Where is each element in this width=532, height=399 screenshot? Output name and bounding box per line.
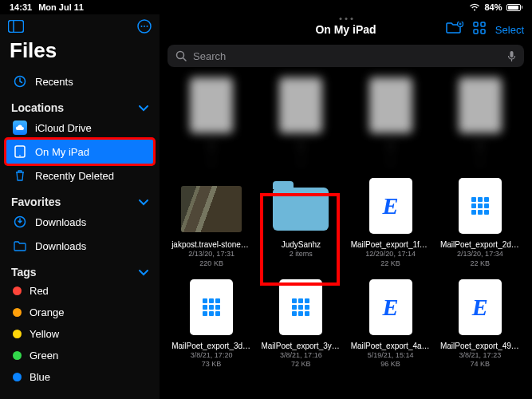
svg-point-5 [147, 26, 148, 27]
file-item[interactable]: MailPoet_export_3ymh…804w0 3/8/21, 17:16… [260, 277, 341, 369]
sidebar-tag-red[interactable]: Red [6, 280, 153, 302]
section-favorites[interactable]: Favorites [6, 188, 153, 210]
tag-label: Orange [30, 306, 64, 318]
search-icon [175, 50, 187, 61]
sidebar-tag-blue[interactable]: Blue [6, 366, 153, 388]
file-size: — [298, 159, 305, 168]
search-input[interactable] [193, 50, 501, 62]
folder-item[interactable]: JudySanhz 2 items [260, 176, 341, 268]
svg-rect-16 [510, 51, 514, 57]
sidebar-item-downloads[interactable]: Downloads [6, 210, 153, 234]
tag-dot-icon [13, 308, 22, 317]
svg-point-8 [19, 155, 21, 156]
clock-icon [13, 74, 27, 89]
file-name: — [297, 139, 305, 149]
download-icon [13, 215, 27, 229]
file-item[interactable]: E MailPoet_export_4ayn…r0ockg 5/19/21, 1… [350, 277, 432, 369]
handle-icon[interactable] [339, 18, 353, 20]
file-item[interactable]: — — — [350, 75, 432, 168]
battery-icon [506, 4, 523, 11]
file-name: MailPoet_export_2d4…pw4g0 [440, 239, 520, 250]
sidebar-toggle-icon[interactable] [8, 20, 24, 33]
img-thumb-icon [181, 176, 242, 236]
file-name: MailPoet_export_3ddli…80wO [171, 341, 251, 351]
sidebar-item-recently-deleted[interactable]: Recently Deleted [6, 164, 153, 188]
file-meta: — [476, 149, 483, 159]
chevron-down-icon [139, 266, 148, 279]
more-icon[interactable] [137, 19, 152, 34]
content-area: On My iPad Select — — — — — — — — — — — [160, 14, 532, 399]
file-item[interactable]: E MailPoet_export_1fqfiv…iv48KG 12/29/20… [350, 176, 432, 268]
tag-dot-icon [13, 330, 22, 338]
sidebar-label: Recently Deleted [35, 170, 114, 182]
grid-thumb-icon [450, 176, 510, 236]
file-item[interactable]: MailPoet_export_2d4…pw4g0 2/13/20, 17:34… [439, 176, 521, 268]
tag-label: Yellow [30, 328, 59, 340]
sidebar-tag-green[interactable]: Green [6, 345, 153, 366]
icloud-icon [13, 120, 27, 135]
file-size: — [208, 159, 215, 168]
tag-label: Green [30, 350, 58, 361]
file-item[interactable]: — — — [171, 75, 252, 168]
file-item[interactable]: — — — [439, 75, 521, 168]
sidebar-tag-orange[interactable]: Orange [6, 302, 153, 323]
file-name: MailPoet_export_4ayn…r0ockg [351, 341, 431, 351]
tag-label: Red [30, 285, 49, 297]
section-locations[interactable]: Locations [6, 93, 153, 116]
file-size: 72 KB [291, 360, 311, 369]
sidebar-item-icloud[interactable]: iCloud Drive [6, 116, 153, 140]
file-size: 74 KB [471, 360, 491, 369]
folder-icon [13, 239, 27, 253]
file-size: 22 KB [471, 259, 491, 269]
file-item[interactable]: E MailPoet_export_491ch…cpsk4 3/8/21, 17… [439, 277, 521, 369]
file-name: MailPoet_export_1fqfiv…iv48KG [351, 239, 431, 250]
ipad-icon [13, 144, 27, 159]
file-size: 22 KB [380, 259, 400, 269]
e-thumb-icon: E [361, 277, 421, 338]
e-thumb-icon: E [450, 277, 510, 338]
sidebar-label: iCloud Drive [35, 122, 92, 134]
status-date: Mon Jul 11 [38, 2, 84, 12]
status-time: 14:31 [10, 2, 32, 12]
view-grid-icon[interactable] [473, 22, 486, 38]
sidebar-item-recents[interactable]: Recents [6, 69, 153, 93]
file-size: — [387, 159, 394, 168]
file-meta: — [298, 149, 305, 159]
sidebar-item-downloads[interactable]: Downloads [6, 234, 153, 258]
file-item[interactable]: MailPoet_export_3ddli…80wO 3/8/21, 17:20… [171, 277, 252, 369]
trash-icon [13, 168, 27, 183]
status-bar: 14:31 Mon Jul 11 84% [0, 0, 532, 14]
chevron-down-icon [139, 101, 148, 114]
svg-point-4 [144, 26, 145, 27]
battery-percent: 84% [484, 2, 502, 12]
sidebar-item-on-my-ipad[interactable]: On My iPad [6, 140, 153, 164]
section-tags[interactable]: Tags [6, 258, 153, 280]
file-meta: 2/13/20, 17:31 [188, 250, 234, 259]
file-meta: 3/8/21, 17:23 [459, 351, 502, 361]
svg-point-3 [141, 26, 143, 27]
file-meta: 3/8/21, 17:20 [191, 351, 233, 361]
tag-label: Blue [30, 371, 50, 383]
sidebar-label: Downloads [35, 240, 86, 252]
svg-rect-13 [474, 30, 478, 34]
file-meta: 5/19/21, 15:14 [368, 351, 414, 361]
select-button[interactable]: Select [495, 24, 524, 36]
undefined-thumb-icon [450, 75, 510, 136]
file-name: MailPoet_export_3ymh…804w0 [261, 341, 341, 351]
sidebar-tag-yellow[interactable]: Yellow [6, 323, 153, 345]
svg-point-15 [177, 52, 184, 59]
e-thumb-icon: E [361, 176, 421, 236]
grid-thumb-icon [270, 277, 331, 338]
file-name: — [207, 139, 215, 149]
file-meta: — [387, 149, 394, 159]
file-item[interactable]: jakpost.travel-stone-i…53335 2/13/20, 17… [171, 176, 252, 268]
search-bar[interactable] [167, 45, 524, 67]
file-item[interactable]: — — — [260, 75, 341, 168]
sidebar-label: Downloads [35, 216, 86, 228]
titlebar: On My iPad Select [160, 14, 532, 45]
mic-icon[interactable] [507, 50, 516, 62]
folder-thumb-icon [270, 176, 331, 236]
file-meta: 3/8/21, 17:16 [280, 351, 322, 361]
file-meta: 2/13/20, 17:34 [457, 250, 503, 259]
new-folder-icon[interactable] [446, 22, 463, 38]
